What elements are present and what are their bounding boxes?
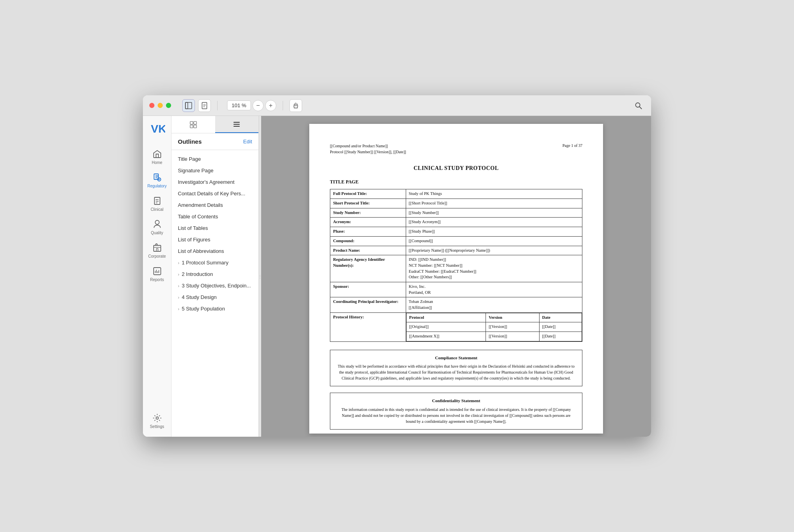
doc-header-right: Page 1 of 37 bbox=[563, 143, 582, 155]
toolbar-divider-2 bbox=[283, 101, 283, 110]
svg-rect-1 bbox=[185, 102, 192, 109]
outline-list[interactable]: Title Page Signature Page Investigator's… bbox=[172, 150, 258, 437]
table-row: Sponsor: Kivo, Inc.Portland, OR bbox=[330, 282, 582, 297]
panel-edit-button[interactable]: Edit bbox=[243, 139, 252, 145]
zoom-value[interactable]: 101 % bbox=[227, 100, 251, 110]
sidebar-item-quality[interactable]: Quality bbox=[145, 216, 169, 238]
hand-tool-button[interactable] bbox=[289, 99, 302, 112]
sidebar-item-corporate[interactable]: Corporate bbox=[145, 240, 169, 262]
outline-item-list-of-abbreviations[interactable]: List of Abbreviations bbox=[172, 245, 258, 257]
minimize-button[interactable] bbox=[158, 103, 163, 108]
sidebar-item-clinical[interactable]: Clinical bbox=[145, 193, 169, 215]
sidebar-item-settings[interactable]: Settings bbox=[145, 410, 169, 432]
reports-icon bbox=[152, 266, 162, 276]
doc-main-table: Full Protocol Title: Study of PK Things … bbox=[330, 189, 582, 341]
table-cell-label: Regulatory Agency Identifier Number(s): bbox=[330, 255, 406, 282]
table-row: Product Name: [[Proprietary Name]] ([[No… bbox=[330, 246, 582, 255]
panel-tab-list[interactable] bbox=[215, 116, 259, 133]
list-tab-icon bbox=[233, 120, 241, 128]
confidentiality-statement-text: The information contained in this study … bbox=[337, 407, 576, 424]
title-bar: 101 % − + bbox=[143, 95, 651, 116]
table-row: Coordinating Principal Investigator: Tob… bbox=[330, 297, 582, 312]
sidebar-label-settings: Settings bbox=[150, 424, 164, 429]
outline-item-table-of-contents[interactable]: Table of Contents bbox=[172, 211, 258, 222]
home-icon bbox=[152, 149, 162, 159]
svg-rect-19 bbox=[190, 125, 193, 128]
table-cell-value: IND: [[IND Number]]NCT Number: [[NCT Num… bbox=[406, 255, 582, 282]
ph-header-protocol: Protocol bbox=[406, 313, 486, 322]
outline-item-title-page[interactable]: Title Page bbox=[172, 153, 258, 165]
table-cell-value: [[Proprietary Name]] ([[Nonproprietary N… bbox=[406, 246, 582, 255]
panel-tab-thumbnail[interactable] bbox=[172, 116, 215, 133]
maximize-button[interactable] bbox=[166, 103, 171, 108]
table-cell-value: Toban Zolman[[Affiliation]] bbox=[406, 297, 582, 312]
table-cell-value: Study of PK Things bbox=[406, 189, 582, 199]
traffic-lights bbox=[149, 103, 171, 108]
outline-item-investigators-agreement[interactable]: Investigator's Agreement bbox=[172, 176, 258, 188]
table-cell-label: Sponsor: bbox=[330, 282, 406, 297]
corporate-icon bbox=[152, 243, 162, 253]
svg-text:VK: VK bbox=[151, 123, 165, 135]
sidebar-item-reports[interactable]: Reports bbox=[145, 263, 169, 285]
table-row: Full Protocol Title: Study of PK Things bbox=[330, 189, 582, 199]
table-cell-label: Protocol History: bbox=[330, 312, 406, 341]
doc-header-left: [[Compound and/or Product Name]] Protoco… bbox=[330, 143, 406, 155]
table-cell-label: Coordinating Principal Investigator: bbox=[330, 297, 406, 312]
panel-toggle-button[interactable] bbox=[182, 99, 195, 112]
compliance-statement-title: Compliance Statement bbox=[337, 355, 576, 361]
table-cell-label: Short Protocol Title: bbox=[330, 199, 406, 208]
outline-item-study-design[interactable]: › 4 Study Design bbox=[172, 291, 258, 303]
outline-item-protocol-summary[interactable]: › 1 Protocol Summary bbox=[172, 257, 258, 268]
outline-item-list-of-figures[interactable]: List of Figures bbox=[172, 234, 258, 245]
zoom-out-button[interactable]: − bbox=[252, 100, 264, 111]
sidebar-label-regulatory: Regulatory bbox=[147, 184, 166, 188]
svg-rect-0 bbox=[185, 102, 188, 109]
outline-item-contact-details[interactable]: Contact Details of Key Pers... bbox=[172, 188, 258, 199]
chevron-icon: › bbox=[178, 295, 179, 300]
doc-viewer[interactable]: [[Compound and/or Product Name]] Protoco… bbox=[261, 116, 651, 437]
header-line2: Protocol [[Study Number]] [[Version]], [… bbox=[330, 149, 406, 155]
sidebar-item-home[interactable]: Home bbox=[145, 146, 169, 168]
doc-header: [[Compound and/or Product Name]] Protoco… bbox=[330, 143, 582, 155]
close-button[interactable] bbox=[149, 103, 154, 108]
main-content: VK Home Regulatory bbox=[143, 116, 651, 437]
hand-tool-icon bbox=[292, 102, 299, 109]
table-row: Acronym: [[Study Acronym]] bbox=[330, 218, 582, 227]
zoom-in-button[interactable]: + bbox=[265, 100, 276, 111]
table-cell-value: [[Study Number]] bbox=[406, 208, 582, 218]
ph-row1-col1: [[Original]] bbox=[406, 322, 486, 332]
outline-item-signature-page[interactable]: Signature Page bbox=[172, 165, 258, 176]
outline-item-study-objectives[interactable]: › 3 Study Objectives, Endpoin... bbox=[172, 280, 258, 291]
sidebar-nav: VK Home Regulatory bbox=[143, 116, 172, 437]
search-button[interactable] bbox=[632, 99, 645, 112]
doc-main-title: CLINICAL STUDY PROTOCOL bbox=[330, 164, 582, 172]
table-cell-label: Study Number: bbox=[330, 208, 406, 218]
confidentiality-statement-title: Confidentiality Statement bbox=[337, 398, 576, 404]
table-row: Regulatory Agency Identifier Number(s): … bbox=[330, 255, 582, 282]
svg-rect-18 bbox=[194, 121, 197, 124]
svg-rect-17 bbox=[190, 121, 193, 124]
outline-item-list-of-tables[interactable]: List of Tables bbox=[172, 222, 258, 234]
ph-row1-col2: [[Version]] bbox=[486, 322, 539, 332]
header-line1: [[Compound and/or Product Name]] bbox=[330, 143, 406, 149]
table-row-protocol-history: Protocol History: Protocol Version Date … bbox=[330, 312, 582, 341]
chevron-icon: › bbox=[178, 272, 179, 277]
document-button[interactable] bbox=[198, 99, 211, 112]
outline-item-study-population[interactable]: › 5 Study Population bbox=[172, 303, 258, 314]
doc-section-title: TITLE PAGE bbox=[330, 179, 582, 185]
ph-row2-col1: [[Amendment X]] bbox=[406, 332, 486, 341]
table-row: Short Protocol Title: [[Short Protocol T… bbox=[330, 199, 582, 208]
table-cell-value: Protocol Version Date [[Original]] [[Ver… bbox=[406, 312, 582, 341]
table-cell-label: Compound: bbox=[330, 236, 406, 246]
table-row: Study Number: [[Study Number]] bbox=[330, 208, 582, 218]
mac-window: 101 % − + bbox=[143, 95, 651, 437]
table-row: Phase: [[Study Phase]] bbox=[330, 227, 582, 237]
search-icon bbox=[634, 102, 642, 110]
table-cell-value: [[Study Acronym]] bbox=[406, 218, 582, 227]
outline-item-introduction[interactable]: › 2 Introduction bbox=[172, 268, 258, 280]
outline-item-amendment-details[interactable]: Amendment Details bbox=[172, 199, 258, 211]
sidebar-item-regulatory[interactable]: Regulatory bbox=[145, 170, 169, 191]
app-logo[interactable]: VK bbox=[149, 121, 165, 138]
outline-panel: Outlines Edit Title Page Signature Page … bbox=[172, 116, 259, 437]
table-cell-label: Product Name: bbox=[330, 246, 406, 255]
